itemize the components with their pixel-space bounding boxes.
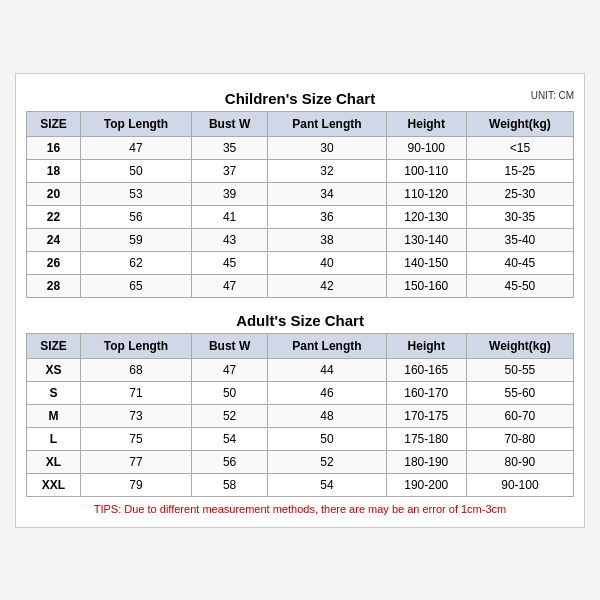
table-cell: 170-175 (386, 404, 466, 427)
table-cell: 35 (192, 136, 268, 159)
table-cell: 150-160 (386, 274, 466, 297)
table-cell: 160-165 (386, 358, 466, 381)
table-cell: 45-50 (466, 274, 573, 297)
table-cell: 73 (80, 404, 191, 427)
table-cell: 160-170 (386, 381, 466, 404)
table-cell: XS (27, 358, 81, 381)
table-row: XS684744160-16550-55 (27, 358, 574, 381)
table-cell: 18 (27, 159, 81, 182)
col-bust-w: Bust W (192, 111, 268, 136)
table-row: S715046160-17055-60 (27, 381, 574, 404)
table-cell: 39 (192, 182, 268, 205)
table-row: 1647353090-100<15 (27, 136, 574, 159)
table-cell: 52 (192, 404, 268, 427)
children-table: SIZE Top Length Bust W Pant Length Heigh… (26, 111, 574, 298)
table-cell: 56 (80, 205, 191, 228)
table-cell: 120-130 (386, 205, 466, 228)
table-cell: 32 (268, 159, 386, 182)
table-cell: 28 (27, 274, 81, 297)
table-cell: 40 (268, 251, 386, 274)
header-row: SIZE Top Length Bust W Pant Length Heigh… (27, 111, 574, 136)
table-cell: 80-90 (466, 450, 573, 473)
table-cell: 50 (192, 381, 268, 404)
adult-title: Adult's Size Chart (26, 306, 574, 333)
table-cell: 26 (27, 251, 81, 274)
table-cell: 59 (80, 228, 191, 251)
adult-header-row: SIZE Top Length Bust W Pant Length Heigh… (27, 333, 574, 358)
table-cell: 44 (268, 358, 386, 381)
table-row: L755450175-18070-80 (27, 427, 574, 450)
col-size: SIZE (27, 111, 81, 136)
table-cell: 54 (268, 473, 386, 496)
table-cell: 50-55 (466, 358, 573, 381)
table-cell: 47 (80, 136, 191, 159)
table-cell: L (27, 427, 81, 450)
table-cell: 15-25 (466, 159, 573, 182)
col-pant-length: Pant Length (268, 111, 386, 136)
table-cell: S (27, 381, 81, 404)
table-cell: <15 (466, 136, 573, 159)
table-cell: 70-80 (466, 427, 573, 450)
table-cell: 71 (80, 381, 191, 404)
table-cell: 53 (80, 182, 191, 205)
table-cell: 58 (192, 473, 268, 496)
adult-col-bust-w: Bust W (192, 333, 268, 358)
adult-col-weight: Weight(kg) (466, 333, 573, 358)
table-cell: 24 (27, 228, 81, 251)
table-cell: 37 (192, 159, 268, 182)
adult-col-size: SIZE (27, 333, 81, 358)
table-cell: 30-35 (466, 205, 573, 228)
table-cell: 30 (268, 136, 386, 159)
table-cell: 45 (192, 251, 268, 274)
table-cell: 25-30 (466, 182, 573, 205)
table-cell: 62 (80, 251, 191, 274)
unit-label: UNIT: CM (531, 90, 574, 101)
table-cell: M (27, 404, 81, 427)
table-cell: 110-120 (386, 182, 466, 205)
col-top-length: Top Length (80, 111, 191, 136)
table-cell: 48 (268, 404, 386, 427)
table-row: 28654742150-16045-50 (27, 274, 574, 297)
table-cell: XL (27, 450, 81, 473)
table-cell: 56 (192, 450, 268, 473)
table-row: 20533934110-12025-30 (27, 182, 574, 205)
table-cell: 75 (80, 427, 191, 450)
col-height: Height (386, 111, 466, 136)
table-cell: 41 (192, 205, 268, 228)
table-cell: 52 (268, 450, 386, 473)
table-cell: 60-70 (466, 404, 573, 427)
table-cell: 20 (27, 182, 81, 205)
table-cell: 100-110 (386, 159, 466, 182)
table-cell: 22 (27, 205, 81, 228)
table-row: 18503732100-11015-25 (27, 159, 574, 182)
table-cell: 68 (80, 358, 191, 381)
table-cell: 90-100 (466, 473, 573, 496)
table-cell: 50 (268, 427, 386, 450)
children-table-body: 1647353090-100<1518503732100-11015-25205… (27, 136, 574, 297)
table-row: 22564136120-13030-35 (27, 205, 574, 228)
table-cell: 36 (268, 205, 386, 228)
children-title: Children's Size Chart UNIT: CM (26, 84, 574, 111)
table-cell: 50 (80, 159, 191, 182)
table-cell: 90-100 (386, 136, 466, 159)
adult-col-pant-length: Pant Length (268, 333, 386, 358)
table-cell: 130-140 (386, 228, 466, 251)
table-cell: 190-200 (386, 473, 466, 496)
table-cell: 47 (192, 274, 268, 297)
table-row: XL775652180-19080-90 (27, 450, 574, 473)
children-table-header: SIZE Top Length Bust W Pant Length Heigh… (27, 111, 574, 136)
table-cell: 79 (80, 473, 191, 496)
children-title-text: Children's Size Chart (225, 90, 375, 107)
table-cell: 47 (192, 358, 268, 381)
adult-table: SIZE Top Length Bust W Pant Length Heigh… (26, 333, 574, 497)
table-cell: 35-40 (466, 228, 573, 251)
tips-text: TIPS: Due to different measurement metho… (26, 497, 574, 517)
table-cell: 180-190 (386, 450, 466, 473)
table-cell: 40-45 (466, 251, 573, 274)
table-cell: 42 (268, 274, 386, 297)
table-cell: 38 (268, 228, 386, 251)
table-row: M735248170-17560-70 (27, 404, 574, 427)
adult-title-text: Adult's Size Chart (236, 312, 364, 329)
adult-col-top-length: Top Length (80, 333, 191, 358)
table-cell: 54 (192, 427, 268, 450)
